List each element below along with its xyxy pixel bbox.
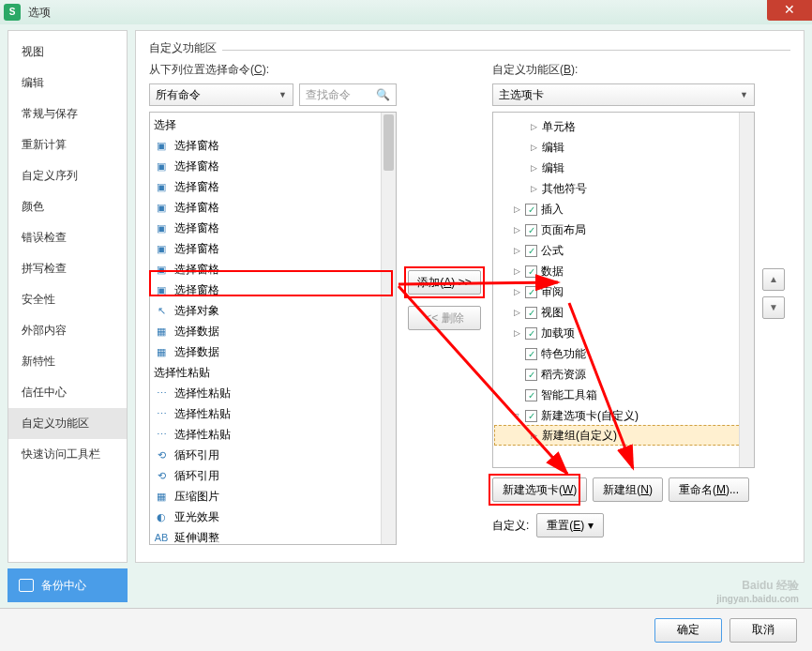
tree-item[interactable]: ▷单元格 [495, 116, 752, 137]
sidebar-item[interactable]: 自定义序列 [8, 160, 127, 191]
list-item[interactable]: ▦选择数据 [150, 341, 396, 362]
list-item[interactable]: ▦选择数据 [150, 321, 396, 341]
checkbox[interactable]: ✓ [525, 348, 537, 360]
tree-item[interactable]: ✓稻壳资源 [495, 364, 752, 385]
cancel-button[interactable]: 取消 [729, 618, 797, 643]
sidebar-item[interactable]: 重新计算 [8, 129, 127, 160]
sidebar-item[interactable]: 拼写检查 [8, 253, 127, 284]
checkbox[interactable]: ✓ [525, 410, 537, 422]
list-item[interactable]: ▣选择窗格 [150, 156, 396, 176]
close-button[interactable]: ✕ [767, 0, 812, 21]
ribbon-tree[interactable]: ▷单元格▷编辑▷编辑▷其他符号▷✓插入▷✓页面布局▷✓公式▷✓数据▷✓审阅▷✓视… [492, 112, 755, 468]
list-item[interactable]: ↖选择对象 [150, 300, 396, 321]
list-item[interactable]: ▣选择窗格 [150, 197, 396, 218]
sidebar-item[interactable]: 新特性 [8, 346, 127, 377]
tree-item[interactable]: ▷✓公式 [495, 240, 752, 261]
sidebar-item[interactable]: 自定义功能区 [8, 408, 127, 439]
sidebar-item[interactable]: 信任中心 [8, 377, 127, 408]
list-item[interactable]: ▣选择窗格 [150, 280, 396, 300]
command-icon: ▦ [154, 344, 169, 359]
tree-item[interactable]: ▷编辑 [495, 137, 752, 158]
commands-list[interactable]: 选择▸▣选择窗格▣选择窗格▣选择窗格▣选择窗格▣选择窗格▣选择窗格▣选择窗格▣选… [149, 112, 397, 545]
tree-expand-icon: ▷ [512, 287, 521, 296]
tree-item[interactable]: ▷✓插入 [495, 199, 752, 220]
checkbox[interactable]: ✓ [525, 224, 537, 236]
list-item[interactable]: ▣选择窗格 [150, 238, 396, 259]
choose-from-label: 从下列位置选择命令(C): [149, 62, 397, 78]
sidebar-item[interactable]: 常规与保存 [8, 98, 127, 129]
command-icon: ▣ [154, 138, 169, 153]
sidebar-item[interactable]: 视图 [8, 37, 127, 68]
list-item[interactable]: ⟲循环引用▸ [150, 465, 396, 486]
tree-item[interactable]: ✓特色功能 [495, 343, 752, 364]
commands-category-dropdown[interactable]: 所有命令▼ [149, 83, 293, 106]
tree-item[interactable]: ▷新建组(自定义) [494, 425, 753, 446]
remove-button[interactable]: << 删除 [408, 306, 481, 330]
tree-expand-icon: ▷ [512, 246, 521, 255]
tree-item[interactable]: ▷✓页面布局 [495, 220, 752, 240]
move-up-button[interactable]: ▲ [762, 268, 785, 291]
chevron-down-icon: ▼ [740, 90, 748, 99]
checkbox[interactable]: ✓ [525, 327, 537, 340]
tree-expand-icon: ▷ [512, 204, 521, 214]
checkbox[interactable]: ✓ [525, 265, 537, 278]
command-icon: ▣ [154, 200, 169, 215]
add-button[interactable]: 添加(A) >> [408, 270, 481, 295]
tree-expand-icon: ▷ [529, 143, 538, 152]
sidebar-item[interactable]: 颜色 [8, 191, 127, 222]
new-group-button[interactable]: 新建组(N) [593, 477, 663, 502]
sidebar-item[interactable]: 安全性 [8, 284, 127, 315]
list-item[interactable]: ⟲循环引用 [150, 445, 396, 465]
tree-item[interactable]: ✓智能工具箱 [495, 385, 752, 405]
sidebar-item[interactable]: 编辑 [8, 68, 127, 98]
reset-dropdown-button[interactable]: 重置(E) ▾ [536, 513, 603, 537]
list-item[interactable]: ▣选择窗格 [150, 176, 396, 197]
app-icon: S [4, 4, 21, 21]
list-item[interactable]: AB延伸调整 [150, 527, 396, 545]
sidebar-item[interactable]: 快速访问工具栏 [8, 439, 127, 470]
scrollbar[interactable] [381, 113, 396, 544]
rename-button[interactable]: 重命名(M)... [669, 477, 749, 502]
sidebar-item[interactable]: 错误检查 [8, 222, 127, 253]
sidebar-item[interactable]: 外部内容 [8, 315, 127, 346]
ribbon-tabs-dropdown[interactable]: 主选项卡▼ [492, 83, 755, 106]
list-item[interactable]: ⋯选择性粘贴 [150, 424, 396, 445]
ok-button[interactable]: 确定 [654, 618, 722, 643]
command-icon: ◐ [154, 509, 169, 524]
ribbon-column: 自定义功能区(B): 主选项卡▼ ▷单元格▷编辑▷编辑▷其他符号▷✓插入▷✓页面… [492, 62, 790, 545]
scrollbar[interactable] [739, 113, 754, 467]
command-icon: ▣ [154, 179, 169, 194]
list-item[interactable]: ◐亚光效果 [150, 507, 396, 527]
scrollbar-thumb[interactable] [383, 114, 394, 171]
tree-item[interactable]: ▷其他符号 [495, 178, 752, 199]
list-item[interactable]: ▣选择窗格 [150, 259, 396, 280]
list-item[interactable]: ▣选择窗格 [150, 135, 396, 156]
search-command-input[interactable]: 查找命令 🔍 [299, 83, 397, 106]
tree-item[interactable]: ▷✓加载项 [495, 323, 752, 343]
checkbox[interactable]: ✓ [525, 307, 537, 319]
list-item[interactable]: ▣选择窗格 [150, 218, 396, 238]
new-tab-button[interactable]: 新建选项卡(W) [492, 477, 587, 502]
list-item[interactable]: ▦压缩图片 [150, 486, 396, 507]
backup-center-button[interactable]: 备份中心 [8, 568, 128, 602]
list-group-header: 选择性粘贴 [150, 362, 396, 383]
tree-item[interactable]: ▷✓视图 [495, 302, 752, 323]
checkbox[interactable]: ✓ [525, 369, 537, 381]
list-item[interactable]: ⋯选择性粘贴 [150, 383, 396, 403]
tree-item[interactable]: ▷✓数据 [495, 261, 752, 281]
command-icon: ▦ [154, 324, 169, 339]
checkbox[interactable]: ✓ [525, 204, 537, 216]
move-down-button[interactable]: ▼ [762, 296, 785, 319]
dialog-footer: 确定 取消 [0, 608, 812, 651]
list-item[interactable]: ⋯选择性粘贴▸ [150, 403, 396, 424]
tree-item[interactable]: ▿✓新建选项卡(自定义) [495, 405, 752, 426]
checkbox[interactable]: ✓ [525, 286, 537, 298]
checkbox[interactable]: ✓ [525, 389, 537, 401]
tree-item[interactable]: ▷编辑 [495, 158, 752, 178]
command-icon: ▣ [154, 220, 169, 235]
tree-expand-icon: ▷ [512, 328, 521, 338]
checkbox[interactable]: ✓ [525, 245, 537, 257]
tree-item[interactable]: ▷✓审阅 [495, 281, 752, 302]
tree-expand-icon: ▷ [529, 431, 538, 440]
tree-expand-icon: ▷ [512, 225, 521, 235]
